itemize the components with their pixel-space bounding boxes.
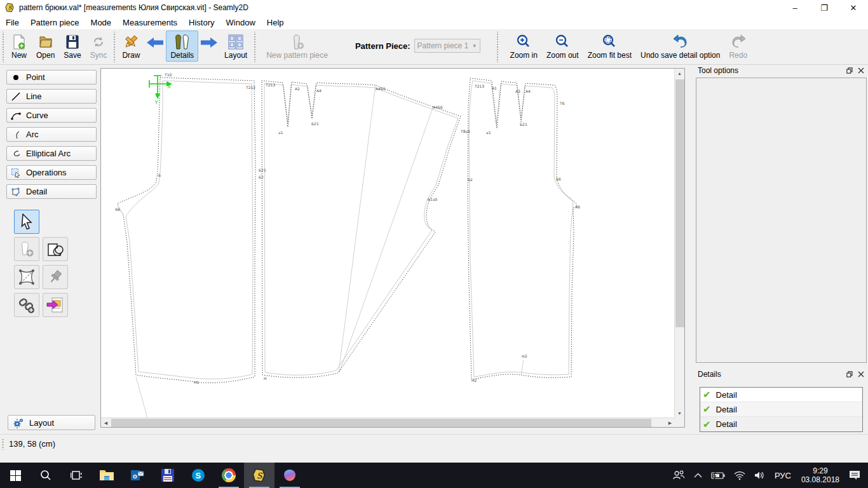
task-view-button[interactable] <box>61 463 92 488</box>
svg-text:A4Б5: A4Б5 <box>376 86 386 91</box>
menu-mode[interactable]: Mode <box>85 17 118 29</box>
close-panel-icon[interactable] <box>858 67 864 74</box>
category-line[interactable]: Line <box>6 89 97 104</box>
draw-mode-button[interactable]: Draw <box>118 30 144 62</box>
windows-logo-icon <box>10 470 21 481</box>
menu-file[interactable]: File <box>0 17 25 29</box>
scroll-up-arrow[interactable]: ▲ <box>675 69 684 78</box>
detail-list-item[interactable]: ✔ Detail <box>700 417 862 431</box>
category-curve[interactable]: Curve <box>6 108 97 123</box>
svg-text:T212: T212 <box>245 85 255 90</box>
menu-window[interactable]: Window <box>220 17 261 29</box>
svg-text:Б21: Б21 <box>311 121 319 126</box>
zoom-in-button[interactable]: Zoom in <box>506 30 542 62</box>
new-button[interactable]: New <box>6 30 32 62</box>
menu-help[interactable]: Help <box>261 17 290 29</box>
check-icon: ✔ <box>703 403 711 415</box>
line-icon <box>11 92 21 102</box>
floppy-disk-icon <box>161 468 175 482</box>
skype-icon: S <box>191 468 205 482</box>
outlook-button[interactable]: o <box>122 463 153 488</box>
insert-nodes-tool-button[interactable] <box>14 293 39 317</box>
union-details-tool-button[interactable] <box>43 237 68 261</box>
date: 03.08.2018 <box>801 475 839 484</box>
scroll-down-arrow[interactable]: ▼ <box>675 409 684 418</box>
new-detail-tool-button[interactable] <box>14 237 39 261</box>
balloon-app-button[interactable] <box>275 463 305 488</box>
arrow-tool-button[interactable] <box>14 210 39 234</box>
menubar: File Pattern piece Mode Measurements His… <box>0 15 868 29</box>
vertical-scroll-thumb[interactable] <box>675 79 684 327</box>
new-pattern-piece-button[interactable]: New pattern piece <box>262 30 332 62</box>
horizontal-scroll-thumb[interactable] <box>111 419 651 427</box>
category-elliptical-arc[interactable]: Elliptical Arc <box>6 146 97 161</box>
people-tray-icon[interactable] <box>668 463 689 488</box>
zoom-fit-best-button[interactable]: Zoom fit best <box>583 30 636 62</box>
zoom-out-button[interactable]: Zoom out <box>542 30 583 62</box>
open-folder-icon <box>38 33 53 51</box>
start-button[interactable] <box>0 463 31 488</box>
open-button[interactable]: Open <box>32 30 59 62</box>
floppy-app-button[interactable] <box>153 463 183 488</box>
skype-button[interactable]: S <box>183 463 214 488</box>
close-button[interactable]: ✕ <box>839 0 868 15</box>
clock[interactable]: 9:29 03.08.2018 <box>796 466 844 484</box>
svg-text:Н3: Н3 <box>522 354 527 358</box>
undo-button[interactable]: Undo save detail option <box>636 30 724 62</box>
minimize-button[interactable]: – <box>780 0 810 15</box>
seamly2d-taskbar-button[interactable]: S <box>244 463 275 488</box>
elliptical-arc-icon <box>11 149 21 159</box>
layout-pages-button[interactable]: Layout <box>8 415 95 430</box>
pattern-piece-select[interactable]: Pattern piece 1 ▼ <box>414 39 480 53</box>
category-detail[interactable]: Detail <box>6 184 97 199</box>
internal-path-icon <box>18 268 36 286</box>
save-button[interactable]: Save <box>59 30 85 62</box>
float-panel-icon[interactable] <box>846 67 853 74</box>
language-indicator[interactable]: РУС <box>770 471 796 480</box>
vertical-scrollbar[interactable]: ▲ ▼ <box>674 69 684 418</box>
svg-text:a1: a1 <box>278 130 283 135</box>
svg-text:A4: A4 <box>316 88 322 93</box>
svg-text:Н1: Н1 <box>194 380 200 384</box>
horizontal-scrollbar[interactable]: ◀ ▶ <box>101 417 675 427</box>
detail-icon <box>11 187 21 197</box>
battery-icon[interactable] <box>707 463 729 488</box>
arc-icon <box>11 130 21 140</box>
menu-pattern-piece[interactable]: Pattern piece <box>25 17 85 29</box>
sync-button[interactable]: Sync <box>86 30 112 62</box>
volume-icon[interactable] <box>750 463 770 488</box>
details-pattern-icon <box>175 33 190 51</box>
restore-button[interactable]: ❐ <box>810 0 839 15</box>
search-button[interactable] <box>31 463 61 488</box>
file-explorer-button[interactable] <box>92 463 122 488</box>
hidden-icons-chevron[interactable] <box>689 463 707 488</box>
scroll-left-arrow[interactable]: ◀ <box>101 418 111 428</box>
add-detail-icon <box>18 241 35 257</box>
export-details-tool-button[interactable] <box>43 293 68 317</box>
detail-list-item[interactable]: ✔ Detail <box>700 388 862 402</box>
detail-list-item[interactable]: ✔ Detail <box>700 402 862 417</box>
zoom-in-icon <box>516 33 531 51</box>
arrow-left-icon <box>147 37 163 48</box>
chrome-button[interactable] <box>214 463 244 488</box>
pattern-view: X Y T10T212БЯ6Н1Б21Б2T213a1Б21A2A4A4Б5A4… <box>101 69 675 418</box>
category-arc[interactable]: Arc <box>6 127 97 142</box>
layout-mode-button[interactable]: Layout <box>220 30 252 62</box>
category-operations[interactable]: Operations <box>6 165 97 180</box>
float-panel-icon[interactable] <box>846 371 853 377</box>
action-center-icon[interactable] <box>844 463 868 488</box>
details-mode-button[interactable]: Details <box>166 30 198 62</box>
menu-measurements[interactable]: Measurements <box>117 17 183 29</box>
close-panel-icon[interactable] <box>858 371 864 377</box>
category-point[interactable]: Point <box>6 70 97 85</box>
svg-text:Н2: Н2 <box>471 378 477 383</box>
menu-history[interactable]: History <box>183 17 220 29</box>
drawing-canvas[interactable]: X Y T10T212БЯ6Н1Б21Б2T213a1Б21A2A4A4Б5A4… <box>100 68 685 428</box>
wifi-icon[interactable] <box>729 463 750 488</box>
svg-text:A1: A1 <box>492 86 497 90</box>
redo-button[interactable]: Redo <box>724 30 752 62</box>
pin-tool-button[interactable] <box>43 265 68 289</box>
scroll-right-arrow[interactable]: ▶ <box>665 418 675 428</box>
pattern-piece-front <box>118 78 255 383</box>
internal-path-tool-button[interactable] <box>14 265 39 289</box>
